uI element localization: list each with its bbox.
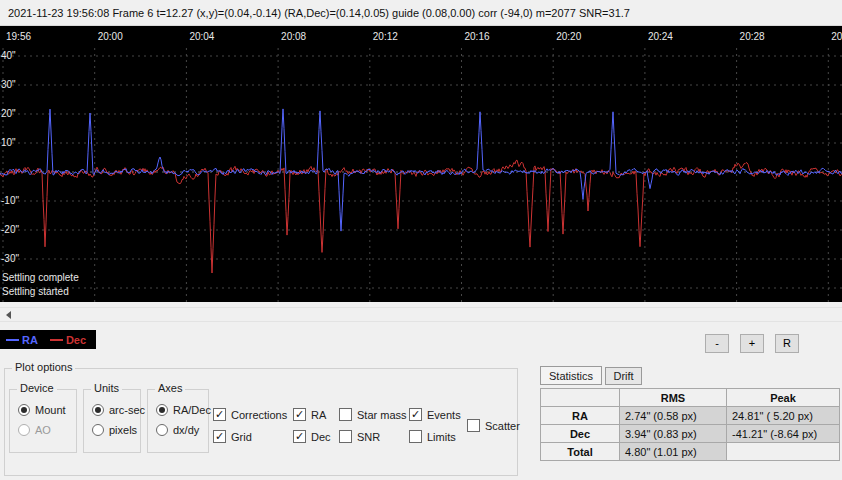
radio-pixels[interactable]: pixels [92, 424, 145, 436]
stats-dec-label: Dec [541, 425, 620, 443]
stats-ra-label: RA [541, 407, 620, 425]
checkbox-label: Grid [231, 431, 252, 443]
stats-dec-rms: 3.94" (0.83 px) [620, 425, 727, 443]
stats-total-label: Total [541, 443, 620, 461]
checkbox-label: Star mass [357, 409, 407, 421]
checkmark-icon: ✓ [293, 408, 306, 421]
stats-ra-peak: 24.81" ( 5.20 px) [727, 407, 840, 425]
x-tick-label: 20:16 [465, 31, 490, 42]
checkbox-scatter[interactable]: Scatter [467, 419, 520, 432]
y-tick-label: 40" [1, 50, 16, 61]
checkbox-star-mass[interactable]: Star mass [339, 408, 407, 421]
stats-header-peak: Peak [727, 389, 840, 407]
x-tick-label: 20:12 [373, 31, 398, 42]
checkbox-label: Limits [427, 431, 456, 443]
radio-ao[interactable]: AO [18, 424, 66, 436]
dec-line-swatch [50, 339, 63, 341]
radio-label: dx/dy [173, 424, 199, 436]
legend-ra: RA [6, 334, 38, 346]
x-tick-label: 20:04 [189, 31, 214, 42]
radio-dx-dy[interactable]: dx/dy [156, 424, 211, 436]
table-row-ra: RA 2.74" (0.58 px) 24.81" ( 5.20 px) [541, 407, 840, 425]
x-tick-label: 20:08 [281, 31, 306, 42]
checkmark-icon: ✓ [213, 430, 226, 443]
checkmark-icon: ✓ [293, 430, 306, 443]
radio-label: pixels [109, 424, 137, 436]
radio-dot-icon [18, 404, 30, 416]
settling-started-note: Settling started [2, 286, 69, 297]
legend-dec: Dec [50, 334, 86, 346]
stats-tabs: Statistics Drift [540, 366, 642, 385]
checkbox-ra[interactable]: ✓RA [293, 408, 326, 421]
radio-label: AO [35, 424, 51, 436]
y-tick-label: -20" [1, 224, 19, 235]
guide-graph: 19:5620:0020:0420:0820:1220:1620:2020:24… [0, 26, 842, 302]
phd2-guide-graph-window: 2021-11-23 19:56:08 Frame 6 t=12.27 (x,y… [0, 0, 842, 480]
x-tick-label: 20:20 [556, 31, 581, 42]
graph-hscrollbar[interactable] [0, 307, 842, 322]
radio-label: Mount [35, 404, 66, 416]
checkbox-label: Dec [311, 431, 331, 443]
radio-dot-icon [156, 404, 168, 416]
empty-checkbox-icon [339, 408, 352, 421]
checkbox-limits[interactable]: Limits [409, 430, 456, 443]
x-tick-label: 20:28 [740, 31, 765, 42]
tab-drift[interactable]: Drift [605, 367, 641, 385]
radio-dot-icon [156, 424, 168, 436]
y-tick-label: 10" [1, 137, 16, 148]
checkbox-label: RA [311, 409, 326, 421]
x-tick-label: 19:56 [6, 31, 31, 42]
zoom-out-button[interactable]: - [705, 334, 729, 353]
checkbox-label: Corrections [231, 409, 287, 421]
units-group-title: Units [91, 382, 122, 394]
checkbox-label: Scatter [485, 420, 520, 432]
checkbox-snr[interactable]: SNR [339, 430, 380, 443]
table-row-dec: Dec 3.94" (0.83 px) -41.21" (-8.64 px) [541, 425, 840, 443]
checkbox-dec[interactable]: ✓Dec [293, 430, 331, 443]
checkbox-label: SNR [357, 431, 380, 443]
axes-group-title: Axes [155, 382, 185, 394]
checkmark-icon: ✓ [213, 408, 226, 421]
reset-zoom-button[interactable]: R [775, 334, 799, 353]
plot-options-group: Plot options Device MountAO Units arc-se… [4, 368, 518, 476]
empty-checkbox-icon [339, 430, 352, 443]
checkbox-events[interactable]: ✓Events [409, 408, 461, 421]
radio-dot-icon [92, 404, 104, 416]
y-tick-label: 30" [1, 79, 16, 90]
status-bar: 2021-11-23 19:56:08 Frame 6 t=12.27 (x,y… [0, 0, 842, 26]
stats-total-peak [727, 443, 840, 461]
tab-statistics[interactable]: Statistics [540, 366, 602, 385]
legend-ra-label: RA [22, 334, 38, 346]
x-tick-label: 20:24 [648, 31, 673, 42]
x-tick-label: 20:00 [98, 31, 123, 42]
empty-checkbox-icon [409, 430, 422, 443]
guide-graph-canvas [0, 26, 842, 302]
trace-legend: RA Dec [0, 330, 96, 349]
empty-checkbox-icon [467, 419, 480, 432]
stats-header-rms: RMS [620, 389, 727, 407]
radio-ra-dec[interactable]: RA/Dec [156, 404, 211, 416]
y-tick-label: 20" [1, 108, 16, 119]
zoom-in-button[interactable]: + [740, 334, 764, 353]
radio-arc-sec[interactable]: arc-sec [92, 404, 145, 416]
radio-label: RA/Dec [173, 404, 211, 416]
statistics-table: RMS Peak RA 2.74" (0.58 px) 24.81" ( 5.2… [540, 388, 840, 461]
radio-mount[interactable]: Mount [18, 404, 66, 416]
radio-dot-icon [18, 424, 30, 436]
settling-complete-note: Settling complete [2, 272, 79, 283]
status-text: 2021-11-23 19:56:08 Frame 6 t=12.27 (x,y… [8, 7, 630, 19]
device-group: Device MountAO [9, 389, 77, 453]
scroll-left-arrow-icon [6, 311, 11, 319]
checkbox-label: Events [427, 409, 461, 421]
legend-dec-label: Dec [66, 334, 86, 346]
checkbox-grid[interactable]: ✓Grid [213, 430, 252, 443]
checkbox-corrections[interactable]: ✓Corrections [213, 408, 287, 421]
radio-dot-icon [92, 424, 104, 436]
checkmark-icon: ✓ [409, 408, 422, 421]
ra-line-swatch [6, 339, 19, 341]
scroll-left-button[interactable] [0, 308, 16, 321]
units-group: Units arc-secpixels [83, 389, 141, 453]
device-group-title: Device [17, 382, 57, 394]
radio-label: arc-sec [109, 404, 145, 416]
y-tick-label: -30" [1, 253, 19, 264]
